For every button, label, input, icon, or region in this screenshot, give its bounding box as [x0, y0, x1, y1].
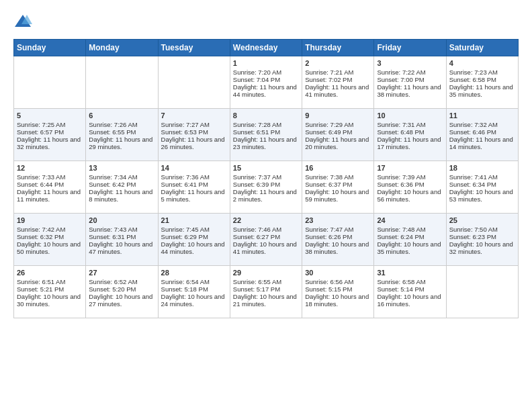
daylight: Daylight: 10 hours and 27 minutes. [89, 293, 152, 308]
day-number: 4 [449, 59, 515, 67]
daylight: Daylight: 11 hours and 17 minutes. [377, 136, 441, 150]
day-number: 27 [89, 269, 154, 277]
page: SundayMondayTuesdayWednesdayThursdayFrid… [0, 0, 532, 325]
sunrise: Sunrise: 7:37 AM [233, 173, 281, 181]
sunset: Sunset: 5:20 PM [89, 285, 136, 293]
day-number: 15 [233, 164, 299, 172]
calendar-cell: 4Sunrise: 7:23 AMSunset: 6:58 PMDaylight… [446, 56, 518, 109]
day-number: 25 [449, 216, 515, 224]
sunrise: Sunrise: 7:34 AM [89, 173, 137, 181]
weekday-header: Sunday [14, 40, 86, 56]
sunrise: Sunrise: 7:48 AM [377, 226, 425, 233]
day-number: 31 [377, 269, 443, 277]
sunset: Sunset: 6:23 PM [449, 233, 496, 240]
calendar-cell: 9Sunrise: 7:29 AMSunset: 6:49 PMDaylight… [302, 109, 374, 161]
calendar-table: SundayMondayTuesdayWednesdayThursdayFrid… [13, 39, 519, 318]
sunset: Sunset: 6:34 PM [449, 181, 496, 188]
day-number: 17 [377, 164, 443, 172]
daylight: Daylight: 11 hours and 44 minutes. [233, 83, 297, 98]
calendar-cell: 16Sunrise: 7:38 AMSunset: 6:37 PMDayligh… [302, 161, 374, 214]
calendar-cell [86, 56, 158, 109]
weekday-header-row: SundayMondayTuesdayWednesdayThursdayFrid… [14, 40, 519, 56]
sunrise: Sunrise: 7:38 AM [305, 173, 353, 181]
day-number: 18 [449, 164, 515, 172]
calendar-cell: 11Sunrise: 7:32 AMSunset: 6:46 PMDayligh… [446, 109, 518, 161]
sunrise: Sunrise: 7:39 AM [377, 173, 425, 181]
sunrise: Sunrise: 7:36 AM [161, 173, 210, 181]
weekday-header: Monday [86, 40, 158, 56]
sunset: Sunset: 6:37 PM [305, 181, 352, 188]
daylight: Daylight: 10 hours and 59 minutes. [305, 188, 369, 203]
calendar-cell: 23Sunrise: 7:47 AMSunset: 6:26 PMDayligh… [302, 214, 374, 266]
calendar-cell [446, 266, 518, 318]
daylight: Daylight: 11 hours and 14 minutes. [449, 136, 513, 150]
sunrise: Sunrise: 7:32 AM [449, 121, 498, 128]
calendar-cell: 17Sunrise: 7:39 AMSunset: 6:36 PMDayligh… [374, 161, 446, 214]
day-number: 22 [233, 216, 299, 224]
daylight: Daylight: 11 hours and 32 minutes. [17, 136, 81, 150]
day-number: 2 [305, 59, 371, 67]
day-number: 26 [17, 269, 83, 277]
calendar-cell: 13Sunrise: 7:34 AMSunset: 6:42 PMDayligh… [86, 161, 158, 214]
sunrise: Sunrise: 6:56 AM [305, 278, 353, 285]
calendar-cell: 12Sunrise: 7:33 AMSunset: 6:44 PMDayligh… [14, 161, 86, 214]
sunset: Sunset: 6:55 PM [89, 128, 136, 136]
calendar-cell [14, 56, 86, 109]
day-number: 30 [305, 269, 371, 277]
sunset: Sunset: 6:58 PM [449, 76, 496, 83]
daylight: Daylight: 10 hours and 38 minutes. [305, 240, 369, 255]
calendar-week-row: 12Sunrise: 7:33 AMSunset: 6:44 PMDayligh… [14, 161, 519, 214]
sunrise: Sunrise: 7:23 AM [449, 68, 498, 76]
day-number: 9 [305, 111, 371, 120]
sunset: Sunset: 7:02 PM [305, 76, 352, 83]
day-number: 16 [305, 164, 371, 172]
daylight: Daylight: 10 hours and 21 minutes. [233, 293, 297, 308]
sunset: Sunset: 6:26 PM [305, 233, 352, 240]
calendar-cell: 30Sunrise: 6:56 AMSunset: 5:15 PMDayligh… [302, 266, 374, 318]
sunset: Sunset: 5:14 PM [377, 285, 424, 293]
day-number: 11 [449, 111, 515, 120]
sunrise: Sunrise: 7:27 AM [161, 121, 210, 128]
sunrise: Sunrise: 7:21 AM [305, 68, 353, 76]
sunset: Sunset: 5:18 PM [161, 285, 208, 293]
weekday-header: Saturday [446, 40, 518, 56]
day-number: 29 [233, 269, 299, 277]
sunrise: Sunrise: 7:47 AM [305, 226, 353, 233]
sunrise: Sunrise: 7:26 AM [89, 121, 137, 128]
sunset: Sunset: 6:48 PM [377, 128, 424, 136]
sunrise: Sunrise: 7:42 AM [17, 226, 65, 233]
daylight: Daylight: 11 hours and 35 minutes. [449, 83, 513, 98]
daylight: Daylight: 11 hours and 38 minutes. [377, 83, 441, 98]
sunset: Sunset: 6:53 PM [161, 128, 208, 136]
daylight: Daylight: 10 hours and 18 minutes. [305, 293, 369, 308]
sunset: Sunset: 6:39 PM [233, 181, 280, 188]
calendar-cell: 28Sunrise: 6:54 AMSunset: 5:18 PMDayligh… [158, 266, 230, 318]
calendar-cell: 8Sunrise: 7:28 AMSunset: 6:51 PMDaylight… [230, 109, 302, 161]
calendar-cell: 26Sunrise: 6:51 AMSunset: 5:21 PMDayligh… [14, 266, 86, 318]
day-number: 3 [377, 59, 443, 67]
day-number: 8 [233, 111, 299, 120]
calendar-cell: 5Sunrise: 7:25 AMSunset: 6:57 PMDaylight… [14, 109, 86, 161]
calendar-cell: 27Sunrise: 6:52 AMSunset: 5:20 PMDayligh… [86, 266, 158, 318]
sunset: Sunset: 6:51 PM [233, 128, 280, 136]
calendar-cell: 6Sunrise: 7:26 AMSunset: 6:55 PMDaylight… [86, 109, 158, 161]
daylight: Daylight: 10 hours and 32 minutes. [449, 240, 513, 255]
day-number: 6 [89, 111, 154, 120]
calendar-cell: 19Sunrise: 7:42 AMSunset: 6:32 PMDayligh… [14, 214, 86, 266]
calendar-week-row: 5Sunrise: 7:25 AMSunset: 6:57 PMDaylight… [14, 109, 519, 161]
sunrise: Sunrise: 6:51 AM [17, 278, 65, 285]
calendar-cell: 7Sunrise: 7:27 AMSunset: 6:53 PMDaylight… [158, 109, 230, 161]
calendar-cell [158, 56, 230, 109]
daylight: Daylight: 11 hours and 23 minutes. [233, 136, 297, 150]
weekday-header: Thursday [302, 40, 374, 56]
calendar-cell: 22Sunrise: 7:46 AMSunset: 6:27 PMDayligh… [230, 214, 302, 266]
day-number: 13 [89, 164, 154, 172]
sunrise: Sunrise: 7:50 AM [449, 226, 498, 233]
daylight: Daylight: 10 hours and 44 minutes. [161, 240, 225, 255]
sunset: Sunset: 5:15 PM [305, 285, 352, 293]
calendar-cell: 3Sunrise: 7:22 AMSunset: 7:00 PMDaylight… [374, 56, 446, 109]
calendar-cell: 25Sunrise: 7:50 AMSunset: 6:23 PMDayligh… [446, 214, 518, 266]
daylight: Daylight: 10 hours and 50 minutes. [17, 240, 81, 255]
calendar-week-row: 26Sunrise: 6:51 AMSunset: 5:21 PMDayligh… [14, 266, 519, 318]
sunset: Sunset: 6:44 PM [17, 181, 64, 188]
